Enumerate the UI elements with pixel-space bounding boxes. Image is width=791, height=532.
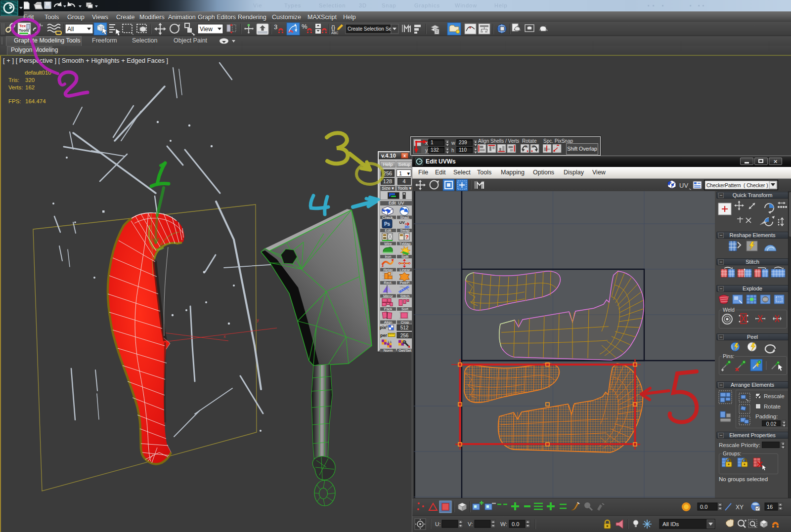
svg-text:320: 320 — [25, 77, 35, 83]
svg-text:3: 3 — [274, 23, 277, 31]
svg-text:90: 90 — [531, 145, 534, 148]
svg-text:Shad.: Shad. — [400, 215, 410, 220]
svg-text:Linear: Linear — [400, 268, 410, 272]
svg-text:Get/Set: Get/Set — [398, 348, 411, 352]
svg-text:Crop: Crop — [401, 320, 409, 325]
svg-text:UV: UV — [399, 220, 405, 225]
svg-text:Pelt/P.: Pelt/P. — [399, 281, 410, 285]
svg-text:%: % — [302, 23, 308, 30]
svg-text:U:: U: — [435, 521, 441, 527]
svg-text:Mirror: Mirror — [383, 294, 393, 298]
svg-text:Relax: Relax — [383, 268, 393, 272]
svg-text:Norm: Norm — [384, 348, 393, 352]
svg-text:y: y — [257, 318, 259, 323]
svg-text:16: 16 — [767, 504, 773, 510]
svg-text:UV: UV — [679, 182, 688, 189]
svg-text:Tris:: Tris: — [8, 77, 19, 83]
svg-text:Pack: Pack — [384, 307, 393, 311]
svg-text:CheckerPattern ( Checker ): CheckerPattern ( Checker ) — [706, 183, 768, 188]
svg-text:Wire: Wire — [384, 242, 392, 246]
svg-text:pix²: pix² — [380, 325, 388, 330]
svg-text:162: 162 — [25, 84, 35, 90]
svg-text:Sort: Sort — [401, 307, 409, 311]
svg-text:Verts:: Verts: — [8, 84, 23, 90]
svg-text:View: View — [200, 26, 213, 33]
svg-text:per: per — [380, 333, 388, 338]
svg-text:Edit: Edit — [385, 228, 392, 233]
svg-text:Check.: Check. — [382, 215, 394, 220]
svg-text:Align: Align — [384, 320, 393, 325]
svg-text:Split: Split — [401, 254, 409, 259]
svg-text:All IDs: All IDs — [662, 521, 679, 527]
svg-text:TxMap: TxMap — [399, 242, 411, 246]
svg-text:?: ? — [405, 234, 409, 240]
svg-text:W:: W: — [500, 521, 507, 527]
svg-text:164.474: 164.474 — [25, 98, 46, 104]
svg-text:90: 90 — [525, 145, 528, 148]
svg-text:1:1: 1:1 — [388, 340, 392, 343]
svg-text:XY: XY — [736, 504, 744, 511]
svg-text:256: 256 — [400, 333, 409, 338]
svg-text:0.0: 0.0 — [512, 521, 519, 527]
svg-text:Create Selection Se: Create Selection Se — [348, 26, 392, 32]
svg-text:V:: V: — [468, 521, 473, 527]
svg-text:Tex: Tex — [19, 24, 26, 28]
svg-text:Ps: Ps — [384, 221, 391, 227]
svg-text:default010: default010 — [25, 70, 51, 76]
svg-text:x: x — [223, 334, 226, 339]
svg-text:FPS:: FPS: — [8, 98, 21, 104]
svg-text:0.0: 0.0 — [700, 504, 707, 510]
svg-text:{}: {} — [331, 24, 335, 31]
svg-text:512: 512 — [400, 325, 409, 330]
svg-text:All: All — [67, 26, 74, 33]
svg-text:ABC: ABC — [331, 31, 338, 35]
svg-text:Iron: Iron — [385, 254, 392, 259]
svg-text:Rect.: Rect. — [384, 281, 393, 285]
svg-text:[ + ] [ Perspective ] [ Smooth: [ + ] [ Perspective ] [ Smooth + Highlig… — [3, 57, 168, 64]
svg-text:Stitch: Stitch — [400, 294, 410, 298]
svg-text:Swap: Swap — [400, 228, 410, 233]
